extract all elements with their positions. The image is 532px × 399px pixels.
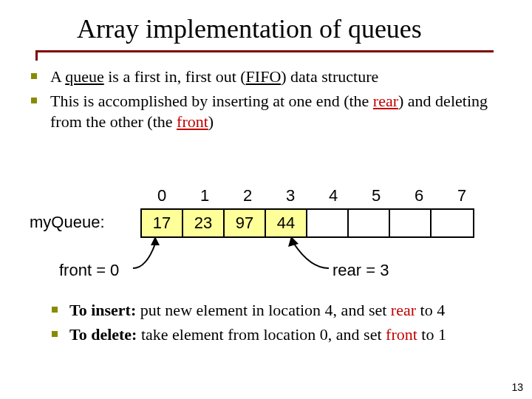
body-text: A queue is a first in, first out (FIFO) …	[27, 66, 510, 136]
slide-title: Array implementation of queues	[77, 13, 422, 44]
rear-pointer-label: rear = 3	[332, 261, 389, 280]
front-pointer-label: front = 0	[59, 261, 119, 280]
text: This is accomplished by inserting at one…	[50, 92, 373, 110]
cell-row: 17 23 97 44	[140, 208, 474, 238]
cell-7	[432, 210, 473, 236]
bullet-2: This is accomplished by inserting at one…	[27, 91, 510, 133]
cell-1: 23	[183, 210, 225, 236]
text: )	[208, 112, 214, 131]
underline-fifo: FIFO	[246, 67, 282, 86]
text: take element from location 0, and set	[137, 325, 386, 344]
svg-marker-1	[288, 236, 299, 247]
term-front: front	[177, 112, 208, 131]
cell-0: 17	[142, 210, 183, 236]
term-rear: rear	[373, 92, 398, 110]
array-label: myQueue:	[30, 213, 105, 232]
underline-queue: queue	[65, 67, 104, 86]
bottom-bullets: To insert: put new element in location 4…	[31, 297, 510, 348]
text: put new element in location 4, and set	[136, 301, 391, 319]
text: to 4	[416, 301, 445, 319]
term-front: front	[386, 325, 417, 344]
index-4: 4	[312, 186, 355, 205]
title-underline	[35, 50, 494, 52]
front-arrow	[126, 235, 170, 272]
slide: Array implementation of queues A queue i…	[0, 0, 532, 399]
page-number: 13	[511, 381, 523, 393]
cell-5	[349, 210, 390, 236]
svg-marker-0	[151, 236, 160, 245]
index-6: 6	[398, 186, 440, 205]
term-rear: rear	[391, 301, 416, 319]
text: ) data structure	[281, 67, 378, 86]
cell-3: 44	[266, 210, 307, 236]
index-2: 2	[226, 186, 269, 205]
bullet-1: A queue is a first in, first out (FIFO) …	[27, 66, 510, 88]
index-0: 0	[140, 186, 183, 205]
title-tick	[35, 50, 38, 61]
index-5: 5	[355, 186, 398, 205]
text: to 1	[417, 325, 446, 344]
cell-4	[307, 210, 349, 236]
index-1: 1	[183, 186, 226, 205]
index-3: 3	[269, 186, 312, 205]
index-row: 0 1 2 3 4 5 6 7	[140, 186, 483, 205]
cell-2: 97	[225, 210, 266, 236]
delete-bullet: To delete: take element from location 0,…	[49, 324, 510, 346]
index-7: 7	[440, 186, 483, 205]
text: is a first in, first out (	[104, 67, 246, 86]
text: A	[50, 67, 65, 86]
cell-6	[390, 210, 432, 236]
delete-bold: To delete:	[69, 325, 137, 344]
insert-bold: To insert:	[69, 301, 136, 319]
rear-arrow	[281, 235, 340, 272]
insert-bullet: To insert: put new element in location 4…	[49, 300, 510, 321]
